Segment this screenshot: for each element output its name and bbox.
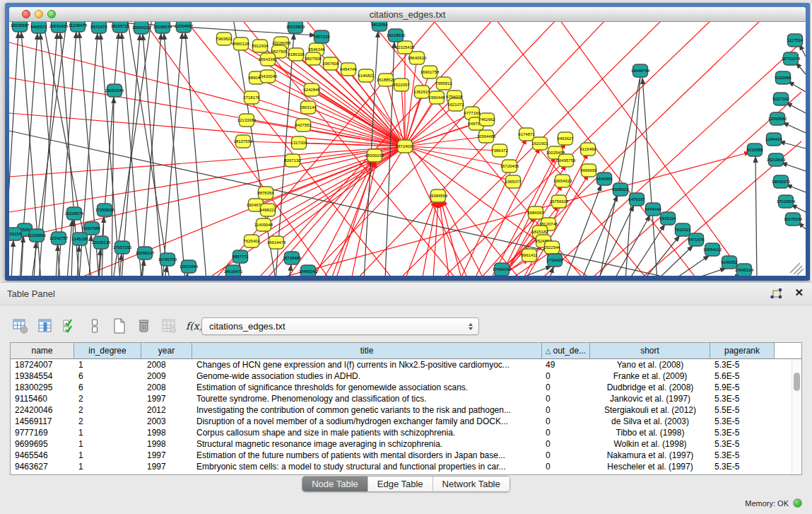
table-row[interactable]: 1872400712008Changes of HCN gene express… xyxy=(11,359,801,370)
table-cell[interactable]: 1997 xyxy=(141,450,192,460)
graph-node[interactable]: 29053346 xyxy=(105,84,124,97)
graph-node[interactable]: 11156869 xyxy=(28,229,46,242)
table-cell[interactable]: Estimation of significance thresholds fo… xyxy=(192,382,542,392)
graph-node[interactable]: 11409948 xyxy=(254,218,273,231)
graph-node[interactable]: 20691406 xyxy=(49,22,69,33)
table-cell[interactable]: Tourette syndrome. Phenomenology and cla… xyxy=(192,394,542,404)
graph-node[interactable]: 16961758 xyxy=(420,66,440,78)
table-cell[interactable]: Dudbridge et al. (2008) xyxy=(590,382,710,392)
table-row[interactable]: 1456911722003Disruption of a novel membe… xyxy=(11,416,801,427)
network-graph[interactable]: 7963822896012889129342322605898275051654… xyxy=(9,22,806,276)
table-cell[interactable]: Stergiakouli et al. (2012) xyxy=(590,405,710,415)
graph-node[interactable]: 17957253 xyxy=(113,241,132,254)
graph-node[interactable]: 16543382 xyxy=(259,53,278,66)
graph-node[interactable]: 8186328 xyxy=(288,48,305,61)
table-cell[interactable]: 1997 xyxy=(141,394,192,404)
table-cell[interactable]: 0 xyxy=(542,416,590,426)
table-cell[interactable]: 1 xyxy=(74,450,141,460)
graph-node[interactable]: 7386372 xyxy=(491,144,508,157)
delete-column-icon[interactable] xyxy=(135,317,153,335)
graph-node[interactable]: 1317006 xyxy=(290,136,307,149)
graph-node[interactable]: 2803144 xyxy=(300,101,317,114)
table-cell[interactable]: 1 xyxy=(74,439,141,449)
table-cell[interactable]: 5.9E-5 xyxy=(710,382,775,392)
table-cell[interactable]: Jankovic et al. (1997) xyxy=(590,394,710,404)
graph-node[interactable]: 17645104 xyxy=(735,264,754,276)
float-panel-icon[interactable] xyxy=(770,288,784,300)
table-cell[interactable]: 9777169 xyxy=(11,428,74,438)
graph-node[interactable]: 7963822 xyxy=(216,33,233,45)
graph-node[interactable]: 19218506 xyxy=(387,29,406,42)
graph-node[interactable]: 17359928 xyxy=(95,204,114,216)
table-cell[interactable]: Yano et al. (2008) xyxy=(590,360,710,370)
graph-node[interactable]: 9474444 xyxy=(645,203,661,216)
table-cell[interactable]: 5.3E-5 xyxy=(710,394,775,404)
graph-node[interactable]: 16782759 xyxy=(158,253,177,266)
table-cell[interactable]: 1 xyxy=(74,428,141,438)
table-cell[interactable]: 1 xyxy=(74,360,141,370)
graph-node[interactable]: 10465342 xyxy=(299,265,318,276)
graph-node[interactable]: 11236478 xyxy=(69,22,88,32)
graph-node[interactable]: 9097588 xyxy=(83,222,100,235)
zoom-window-button[interactable] xyxy=(47,10,56,18)
graph-node[interactable]: 9405571 xyxy=(30,22,47,33)
graph-node[interactable]: 8471676 xyxy=(688,233,705,246)
graph-node[interactable]: 19692971 xyxy=(772,175,791,188)
table-cell[interactable]: 22420046 xyxy=(11,405,74,415)
graph-node[interactable]: 7625402 xyxy=(243,235,260,247)
graph-node[interactable]: 16935587 xyxy=(11,22,30,32)
table-cell[interactable]: Hescheler et al. (1997) xyxy=(590,462,710,472)
table-settings-icon[interactable] xyxy=(11,317,30,335)
table-cell[interactable]: 5.6E-5 xyxy=(710,371,775,381)
table-cell[interactable]: Corpus callosum shape and size in male p… xyxy=(192,428,542,438)
table-cell[interactable]: 5.3E-5 xyxy=(710,428,775,438)
table-cell[interactable]: Disruption of a novel member of a sodium… xyxy=(192,416,542,426)
graph-node[interactable]: 17016504 xyxy=(777,195,796,208)
graph-node[interactable]: 8938923 xyxy=(612,183,629,196)
graph-node[interactable]: 14616471 xyxy=(224,265,243,276)
table-cell[interactable]: Investigating the contribution of common… xyxy=(192,405,542,415)
table-cell[interactable]: 9115460 xyxy=(11,394,74,404)
table-cell[interactable]: 9699695 xyxy=(11,439,74,449)
table-cell[interactable]: Franke et al. (2009) xyxy=(590,371,710,381)
graph-node[interactable]: 12505135 xyxy=(92,236,111,249)
graph-node[interactable]: 8427552 xyxy=(295,119,312,132)
table-cell[interactable]: 5.3E-5 xyxy=(710,439,775,449)
table-cell[interactable]: 5.3E-5 xyxy=(710,450,775,460)
graph-node[interactable]: 15654328 xyxy=(132,22,151,34)
minimize-window-button[interactable] xyxy=(35,10,43,18)
graph-node[interactable]: 2967608 xyxy=(322,57,339,70)
graph-node[interactable]: 19384554 xyxy=(429,189,448,202)
network-canvas[interactable]: 7963822896012889129342322605898275051654… xyxy=(9,22,806,276)
column-header-name[interactable]: name xyxy=(11,343,74,358)
table-cell[interactable]: 1998 xyxy=(141,428,192,438)
table-cell[interactable]: Tibbo et al. (1998) xyxy=(590,428,710,438)
table-cell[interactable]: Embryonic stem cells: a model to study s… xyxy=(192,462,542,472)
graph-node[interactable]: 12325419 xyxy=(396,41,415,54)
graph-node[interactable]: 16033809 xyxy=(286,22,305,33)
table-cell[interactable]: 18724007 xyxy=(11,360,74,370)
table-cell[interactable]: 2 xyxy=(74,394,141,404)
table-row[interactable]: 1938455462009Genome-wide association stu… xyxy=(11,370,801,382)
graph-node[interactable]: 12923446 xyxy=(180,260,199,273)
graph-node[interactable]: 18300295 xyxy=(365,149,384,162)
table-cell[interactable]: 0 xyxy=(542,371,590,381)
graph-node[interactable]: 1733426 xyxy=(546,254,563,267)
vertical-scrollbar[interactable] xyxy=(792,359,801,474)
function-builder-icon[interactable]: f(x) xyxy=(184,317,203,335)
table-cell[interactable]: 2003 xyxy=(141,416,192,426)
graph-node[interactable]: 8454749 xyxy=(340,63,357,76)
graph-node[interactable]: 8912934 xyxy=(252,40,269,52)
graph-node[interactable]: 16958107 xyxy=(136,247,155,259)
graph-node[interactable]: 8878354 xyxy=(257,187,274,199)
table-cell[interactable]: Estimation of the future numbers of pati… xyxy=(192,450,542,460)
table-cell[interactable]: Nakamura et al. (1997) xyxy=(590,450,710,460)
graph-node[interactable]: 1990448 xyxy=(428,91,445,104)
graph-node[interactable]: 9463627 xyxy=(557,132,574,145)
table-cell[interactable]: Genome-wide association studies in ADHD. xyxy=(192,371,542,381)
table-cell[interactable]: 14569117 xyxy=(11,416,74,426)
table-cell[interactable]: 18300295 xyxy=(11,382,74,392)
table-selector-dropdown[interactable]: citations_edges.txt xyxy=(201,317,479,335)
graph-node[interactable]: 9672473 xyxy=(90,22,107,33)
table-cell[interactable]: 0 xyxy=(542,382,590,392)
